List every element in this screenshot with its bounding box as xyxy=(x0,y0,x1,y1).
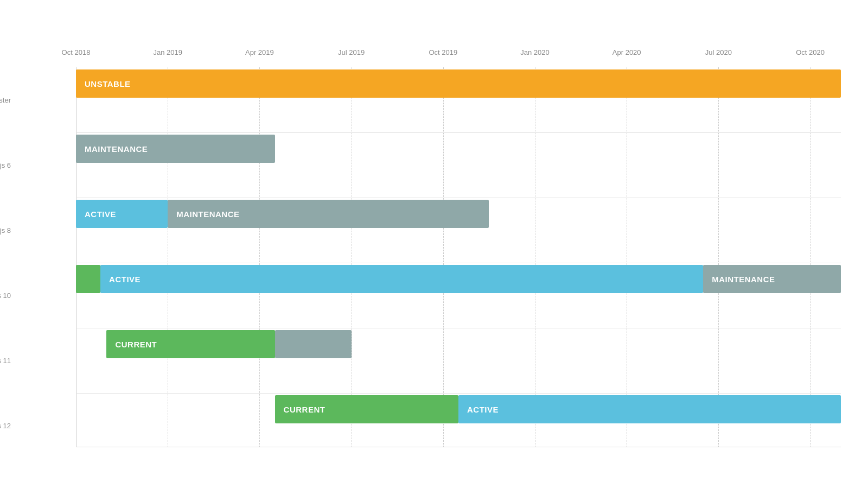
bar-row: CURRENTACTIVE xyxy=(76,393,841,426)
header-label: Jan 2019 xyxy=(153,48,182,56)
bar- xyxy=(76,265,100,293)
row-label-node-js-8: Node.js 8 xyxy=(0,226,11,234)
bar-active: ACTIVE xyxy=(458,395,841,423)
header-label: Oct 2020 xyxy=(796,48,825,56)
bar-maintenance: MAINTENANCE xyxy=(76,135,275,163)
bar-row: CURRENT xyxy=(76,328,841,360)
row-label-node-js-12: Node.js 12 xyxy=(0,422,11,430)
bar-active: ACTIVE xyxy=(100,265,703,293)
header-label: Apr 2020 xyxy=(612,48,641,56)
axis-line xyxy=(76,447,841,447)
header-label: Jul 2019 xyxy=(338,48,365,56)
bar-row: ACTIVEMAINTENANCE xyxy=(76,198,841,230)
row-label-node-js-11: Node.js 11 xyxy=(0,357,11,365)
header-label: Apr 2019 xyxy=(245,48,274,56)
bar-maintenance: MAINTENANCE xyxy=(703,265,841,293)
bars-area: UNSTABLEMAINTENANCEACTIVEMAINTENANCEACTI… xyxy=(76,67,841,447)
row-label-master: Master xyxy=(0,96,11,104)
bar-row: UNSTABLE xyxy=(76,67,841,100)
bar-row: ACTIVEMAINTENANCE xyxy=(76,263,841,295)
bar-maintenance: MAINTENANCE xyxy=(168,200,489,228)
header-labels: Oct 2018Jan 2019Apr 2019Jul 2019Oct 2019… xyxy=(76,46,841,67)
bar-row: MAINTENANCE xyxy=(76,132,841,165)
timeline-area: Oct 2018Jan 2019Apr 2019Jul 2019Oct 2019… xyxy=(76,46,841,447)
row-label-node-js-10: Node.js 10 xyxy=(0,291,11,300)
chart-container: Oct 2018Jan 2019Apr 2019Jul 2019Oct 2019… xyxy=(16,13,852,469)
bar- xyxy=(275,330,352,358)
bar-active: ACTIVE xyxy=(76,200,168,228)
header-label: Jan 2020 xyxy=(520,48,550,56)
bar-current: CURRENT xyxy=(106,330,275,358)
header-label: Oct 2018 xyxy=(62,48,91,56)
bar-unstable: UNSTABLE xyxy=(76,69,841,98)
header-label: Oct 2019 xyxy=(429,48,457,56)
header-label: Jul 2020 xyxy=(705,48,732,56)
bar-current: CURRENT xyxy=(275,395,458,423)
row-label-node-js-6: Node.js 6 xyxy=(0,161,11,169)
